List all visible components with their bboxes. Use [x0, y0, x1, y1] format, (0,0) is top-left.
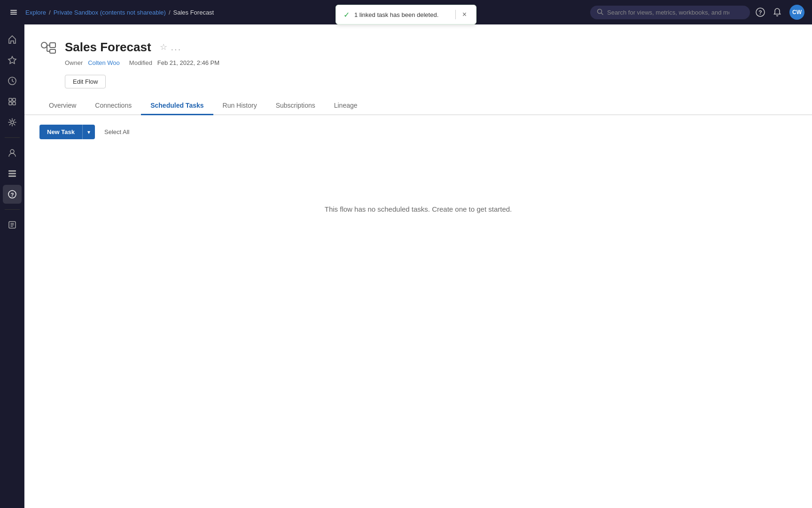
notifications-button[interactable]	[773, 8, 782, 17]
toast-notification: ✓ 1 linked task has been deleted. ×	[336, 5, 476, 24]
breadcrumb: Explore / Private Sandbox (contents not …	[25, 9, 585, 16]
page-title: Sales Forecast	[65, 40, 151, 55]
sidebar-item-recents[interactable]	[3, 71, 22, 90]
svg-rect-21	[50, 43, 55, 48]
svg-rect-22	[50, 49, 55, 53]
empty-state-text: This flow has no scheduled tasks. Create…	[325, 205, 512, 213]
breadcrumb-sandbox-link[interactable]: Private Sandbox (contents not shareable)	[54, 9, 166, 16]
sidebar-item-favorites[interactable]	[3, 51, 22, 70]
tab-overview[interactable]: Overview	[39, 97, 86, 115]
tab-subscriptions[interactable]: Subscriptions	[266, 97, 325, 115]
sidebar-divider-1	[5, 137, 20, 138]
sidebar-item-collections[interactable]	[3, 92, 22, 111]
svg-rect-15	[8, 173, 16, 175]
sidebar-item-groups[interactable]	[3, 164, 22, 183]
svg-rect-1	[10, 12, 17, 13]
svg-rect-0	[10, 10, 17, 11]
svg-rect-11	[13, 102, 16, 105]
tab-run-history[interactable]: Run History	[213, 97, 266, 115]
tab-toolbar: New Task ▾ Select All	[39, 125, 797, 139]
svg-rect-9	[13, 98, 16, 101]
owner-link[interactable]: Colten Woo	[88, 59, 120, 66]
svg-rect-2	[10, 14, 17, 15]
help-button[interactable]: ?	[756, 8, 765, 17]
top-nav-icons: ? CW	[756, 5, 804, 20]
breadcrumb-sep-2: /	[169, 9, 171, 16]
sidebar: ?	[0, 0, 24, 508]
svg-text:?: ?	[758, 9, 762, 16]
svg-rect-16	[8, 175, 16, 177]
svg-point-13	[10, 150, 14, 153]
star-button[interactable]: ☆	[160, 42, 167, 52]
new-task-button[interactable]: New Task	[39, 125, 82, 139]
tab-scheduled-tasks[interactable]: Scheduled Tasks	[141, 97, 213, 115]
main-content: Sales Forecast ☆ ... Owner Colten Woo Mo…	[24, 24, 812, 508]
sidebar-item-help[interactable]: ?	[3, 185, 22, 204]
breadcrumb-sep-1: /	[49, 9, 51, 16]
tab-connections[interactable]: Connections	[86, 97, 141, 115]
page-header: Sales Forecast ☆ ... Owner Colten Woo Mo…	[24, 24, 812, 97]
more-options-button[interactable]: ...	[171, 42, 182, 53]
tab-lineage[interactable]: Lineage	[325, 97, 367, 115]
tabs-bar: Overview Connections Scheduled Tasks Run…	[24, 97, 812, 115]
scheduled-tasks-content: New Task ▾ Select All This flow has no s…	[24, 115, 812, 279]
svg-rect-10	[9, 102, 12, 105]
select-all-button[interactable]: Select All	[101, 126, 133, 138]
breadcrumb-explore-link[interactable]: Explore	[25, 9, 46, 16]
sidebar-item-tasks[interactable]	[3, 215, 22, 234]
owner-field: Owner Colten Woo	[65, 59, 120, 66]
svg-text:?: ?	[10, 192, 14, 198]
modified-label: Modified	[129, 59, 152, 66]
svg-line-4	[601, 13, 603, 15]
toast-check-icon: ✓	[344, 10, 350, 19]
toast-message: 1 linked task has been deleted.	[354, 11, 451, 18]
breadcrumb-current: Sales Forecast	[173, 9, 214, 16]
flow-actions: ☆ ...	[160, 42, 182, 53]
avatar[interactable]: CW	[789, 5, 804, 20]
modified-value: Feb 21, 2022, 2:46 PM	[157, 59, 219, 66]
flow-title-row: Sales Forecast ☆ ...	[39, 38, 797, 56]
sidebar-item-user[interactable]	[3, 143, 22, 162]
svg-rect-8	[9, 98, 12, 101]
toast-divider	[455, 10, 456, 19]
empty-state-message: This flow has no scheduled tasks. Create…	[39, 149, 797, 270]
svg-point-20	[41, 42, 47, 48]
svg-rect-14	[8, 170, 16, 172]
sidebar-toggle-button[interactable]	[8, 6, 20, 18]
svg-point-12	[11, 121, 14, 124]
flow-icon	[39, 38, 58, 56]
modified-field: Modified Feb 21, 2022, 2:46 PM	[129, 59, 219, 66]
new-task-button-group: New Task ▾	[39, 125, 95, 139]
sidebar-item-home[interactable]	[3, 30, 22, 49]
edit-flow-button[interactable]: Edit Flow	[65, 75, 106, 88]
search-bar[interactable]	[590, 6, 750, 19]
sidebar-divider-2	[5, 209, 20, 210]
search-icon	[597, 8, 603, 16]
flow-meta: Owner Colten Woo Modified Feb 21, 2022, …	[65, 59, 797, 66]
search-input[interactable]	[607, 9, 729, 16]
toast-close-button[interactable]: ×	[461, 10, 468, 19]
app-shell: ?	[0, 0, 812, 508]
new-task-dropdown-button[interactable]: ▾	[82, 125, 95, 139]
sidebar-item-recommendations[interactable]	[3, 113, 22, 132]
owner-label: Owner	[65, 59, 83, 66]
